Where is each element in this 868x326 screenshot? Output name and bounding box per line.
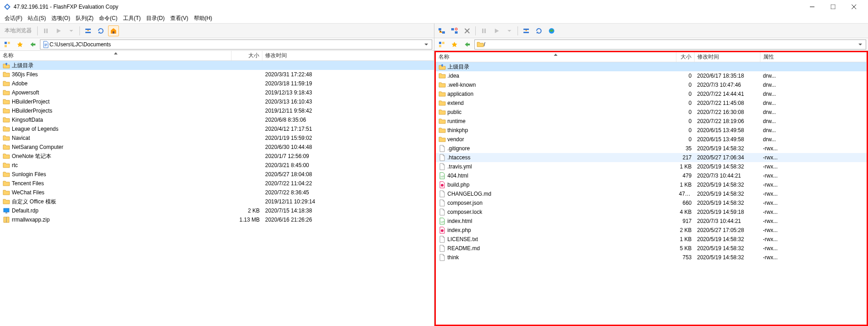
local-path-box[interactable]	[40, 40, 432, 49]
pause-button[interactable]	[40, 25, 51, 36]
list-item[interactable]: think7532020/5/19 14:58:32-rwx...	[436, 253, 867, 262]
list-item[interactable]: 360js Files2020/3/31 17:22:48	[0, 70, 434, 79]
list-item[interactable]: WeChat Files2020/7/22 8:36:45	[0, 188, 434, 197]
home-button[interactable]	[108, 25, 119, 36]
play-button-r[interactable]	[491, 25, 502, 36]
abort-button[interactable]	[462, 25, 473, 36]
list-item[interactable]: 404.html4792020/7/3 10:44:21-rwx...	[436, 171, 867, 180]
remote-file-list[interactable]: 上级目录 .idea02020/6/17 18:35:18drw....well…	[436, 62, 867, 325]
col-attr-r[interactable]: 属性	[760, 52, 867, 62]
parent-dir-row-r[interactable]: 上级目录	[436, 62, 867, 71]
maximize-button[interactable]	[823, 0, 843, 14]
list-item[interactable]: application02020/7/22 14:44:41drw...	[436, 89, 867, 99]
list-item[interactable]: rrmallwxapp.zip1.13 MB2020/6/16 21:26:26	[0, 215, 434, 224]
path-dropdown[interactable]	[423, 43, 430, 46]
svg-rect-5	[113, 31, 114, 34]
file-icon	[439, 254, 446, 261]
list-item[interactable]: build.php1 KB2020/5/19 14:58:32-rwx...	[436, 180, 867, 189]
file-icon	[439, 154, 446, 161]
menu-item[interactable]: 选项(O)	[49, 14, 73, 23]
menu-item[interactable]: 队列(Z)	[73, 14, 96, 23]
list-item[interactable]: LICENSE.txt1 KB2020/5/19 14:58:32-rwx...	[436, 235, 867, 244]
folder-icon	[439, 90, 446, 98]
list-item[interactable]: .idea02020/6/17 18:35:18drw...	[436, 71, 867, 80]
list-item[interactable]: OneNote 笔记本2020/1/7 12:56:09	[0, 152, 434, 161]
list-item[interactable]: HBuilderProjects2019/12/11 9:58:42	[0, 106, 434, 115]
col-name[interactable]: 名称	[0, 51, 232, 60]
list-item[interactable]: 自定义 Office 模板2019/12/11 10:29:14	[0, 197, 434, 206]
list-item[interactable]: runtime02020/7/22 18:19:06drw...	[436, 117, 867, 126]
transfer-button-r[interactable]	[521, 25, 532, 36]
list-item[interactable]: KingsoftData2020/6/8 8:35:06	[0, 115, 434, 124]
refresh-button-r[interactable]	[533, 25, 544, 36]
up-icon	[439, 63, 446, 70]
list-item[interactable]: Default.rdp2 KB2020/7/15 14:18:38	[0, 206, 434, 215]
path-dropdown-r[interactable]	[857, 43, 864, 46]
go-button-r[interactable]	[462, 39, 473, 50]
list-item[interactable]: Apowersoft2019/12/13 9:18:43	[0, 88, 434, 97]
list-item[interactable]: Tencent Files2020/7/22 11:04:22	[0, 179, 434, 188]
local-pane: 本地浏览器 名称	[0, 24, 434, 326]
list-item[interactable]: .well-known02020/7/3 10:47:46drw...	[436, 80, 867, 89]
remote-path-box[interactable]	[474, 40, 867, 49]
list-item[interactable]: .htaccess2172020/5/27 17:06:34-rwx...	[436, 153, 867, 162]
list-item[interactable]: Sunlogin Files2020/5/27 18:04:08	[0, 170, 434, 179]
list-item[interactable]: extend02020/7/22 11:45:08drw...	[436, 99, 867, 108]
play-dropdown[interactable]	[66, 25, 77, 36]
list-item[interactable]: .gitignore352020/5/19 14:58:32-rwx...	[436, 144, 867, 153]
list-item[interactable]: README.md5 KB2020/5/19 14:58:32-rwx...	[436, 244, 867, 253]
favorite-button-r[interactable]	[449, 39, 460, 50]
menu-item[interactable]: 会话(F)	[2, 14, 25, 23]
connect-button[interactable]	[436, 25, 447, 36]
menu-item[interactable]: 查看(V)	[168, 14, 191, 23]
transfer-button[interactable]	[83, 25, 94, 36]
list-item[interactable]: CHANGELOG.md47 KB2020/5/19 14:58:32-rwx.…	[436, 189, 867, 198]
menu-item[interactable]: 目录(D)	[143, 14, 168, 23]
parent-dir-row[interactable]: 上级目录	[0, 61, 434, 70]
folder-icon	[439, 136, 446, 143]
list-item[interactable]: index.php2 KB2020/5/27 17:05:28-rwx...	[436, 226, 867, 235]
list-item[interactable]: HBuilderProject2020/3/13 16:10:43	[0, 97, 434, 106]
list-item[interactable]: composer.lock4 KB2020/5/19 14:59:18-rwx.…	[436, 207, 867, 217]
list-item[interactable]: rtc2020/3/21 8:45:00	[0, 161, 434, 170]
col-mtime[interactable]: 修改时间	[262, 51, 434, 60]
list-item[interactable]: vendor02020/6/15 13:49:58drw...	[436, 135, 867, 144]
folder-icon	[439, 99, 446, 107]
folder-icon	[439, 118, 446, 125]
list-item[interactable]: public02020/7/22 16:30:08drw...	[436, 108, 867, 117]
menu-item[interactable]: 命令(C)	[96, 14, 120, 23]
list-item[interactable]: thinkphp02020/6/15 13:49:58drw...	[436, 126, 867, 135]
globe-button[interactable]	[546, 25, 557, 36]
col-name-r[interactable]: 名称	[436, 52, 676, 62]
menu-item[interactable]: 站点(S)	[25, 14, 49, 23]
menu-item[interactable]: 帮助(H)	[191, 14, 215, 23]
col-mtime-r[interactable]: 修改时间	[695, 52, 760, 62]
menu-item[interactable]: 工具(T)	[120, 14, 143, 23]
pause-button-r[interactable]	[478, 25, 489, 36]
list-item[interactable]: index.html9172020/7/3 10:44:21-rwx...	[436, 217, 867, 226]
list-item[interactable]: Navicat2020/1/19 15:59:02	[0, 133, 434, 143]
refresh-button[interactable]	[95, 25, 106, 36]
disconnect-button[interactable]	[449, 25, 460, 36]
col-size[interactable]: 大小	[232, 51, 262, 60]
favorite-button[interactable]	[15, 39, 25, 50]
local-browser-label: 本地浏览器	[2, 27, 35, 35]
list-item[interactable]: .travis.yml1 KB2020/5/19 14:58:32-rwx...	[436, 162, 867, 171]
remote-highlighted-area: 名称 大小 修改时间 属性 上级目录 .idea02020/6/17 18:35…	[434, 51, 868, 326]
tree-toggle-button-r[interactable]	[436, 39, 447, 50]
play-button[interactable]	[53, 25, 64, 36]
play-dropdown-r[interactable]	[504, 25, 515, 36]
close-button[interactable]	[843, 0, 864, 14]
tree-toggle-button[interactable]	[2, 39, 13, 50]
remote-pane: 名称 大小 修改时间 属性 上级目录 .idea02020/6/17 18:35…	[434, 24, 868, 326]
list-item[interactable]: League of Legends2020/4/12 17:17:51	[0, 124, 434, 133]
list-item[interactable]: Adobe2020/3/18 11:59:19	[0, 79, 434, 88]
remote-path-input[interactable]	[484, 40, 857, 49]
list-item[interactable]: composer.json6602020/5/19 14:58:32-rwx..…	[436, 198, 867, 207]
col-size-r[interactable]: 大小	[676, 52, 695, 62]
go-button[interactable]	[27, 39, 38, 50]
local-path-input[interactable]	[49, 40, 423, 49]
local-file-list[interactable]: 上级目录 360js Files2020/3/31 17:22:48Adobe2…	[0, 61, 434, 326]
minimize-button[interactable]	[802, 0, 823, 14]
list-item[interactable]: NetSarang Computer2020/6/30 10:44:48	[0, 143, 434, 152]
